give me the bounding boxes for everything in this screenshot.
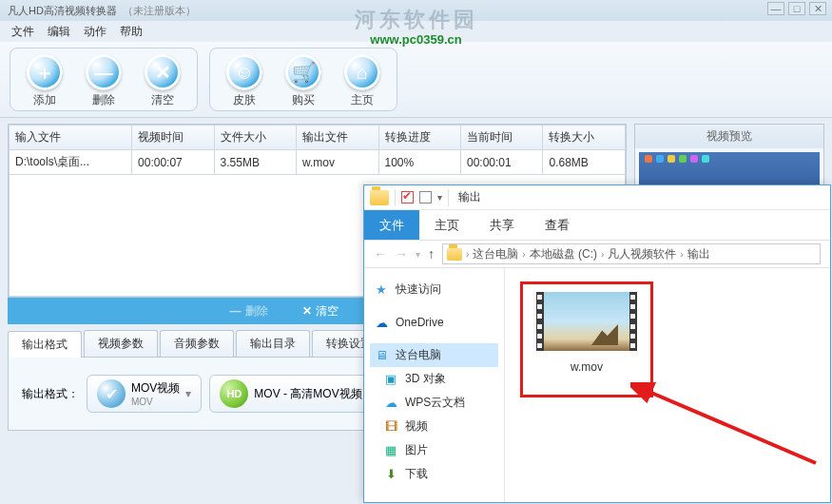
- sidebar-quick-access[interactable]: ★快速访问: [370, 278, 498, 301]
- output-format-label: 输出格式：: [22, 386, 79, 402]
- crumb-soft[interactable]: 凡人视频软件: [608, 246, 676, 262]
- hd-icon: HD: [220, 379, 248, 408]
- chevron-down-icon: ▾: [185, 387, 191, 400]
- ribbon-home[interactable]: 主页: [419, 210, 474, 240]
- explorer-sidebar: ★快速访问 ☁OneDrive 🖥这台电脑 ▣3D 对象 ☁WPS云文档 🎞视频…: [364, 268, 505, 502]
- file-name[interactable]: w.mov: [523, 360, 650, 374]
- sidebar-this-pc[interactable]: 🖥这台电脑: [370, 343, 498, 367]
- cell-progress: 100%: [378, 150, 460, 175]
- star-icon: ★: [374, 282, 389, 298]
- cell-curtime: 00:00:01: [461, 150, 543, 175]
- cart-icon: 🛒: [285, 54, 321, 90]
- breadcrumb[interactable]: › 这台电脑 › 本地磁盘 (C:) › 凡人视频软件 › 输出: [442, 243, 821, 264]
- chevron-down-icon[interactable]: ▾: [416, 249, 420, 260]
- download-icon: ⬇: [383, 467, 398, 482]
- col-curtime[interactable]: 当前时间: [461, 126, 543, 150]
- highlight-frame: w.mov: [520, 281, 653, 397]
- video-thumbnail[interactable]: [536, 292, 637, 351]
- skin-button[interactable]: ☺皮肤: [220, 54, 269, 108]
- face-icon: ☺: [226, 54, 262, 90]
- col-progress[interactable]: 转换进度: [378, 126, 460, 150]
- delete-button[interactable]: —删除: [79, 54, 128, 108]
- chevron-down-icon[interactable]: ▾: [437, 192, 442, 203]
- table-header: 输入文件 视频时间 文件大小 输出文件 转换进度 当前时间 转换大小: [10, 126, 626, 150]
- tab-output-dir[interactable]: 输出目录: [236, 330, 310, 357]
- sidebar-pictures[interactable]: ▦图片: [370, 438, 498, 462]
- tab-video-params[interactable]: 视频参数: [84, 330, 158, 357]
- explorer-pathbar: ← → ▾ ↑ › 这台电脑 › 本地磁盘 (C:) › 凡人视频软件 › 输出: [364, 240, 830, 268]
- action-clear[interactable]: ✕清空: [302, 303, 339, 320]
- cloud-icon: ☁: [374, 315, 389, 330]
- home-button[interactable]: ⌂主页: [338, 54, 387, 108]
- cube-icon: ▣: [383, 372, 398, 387]
- mov-icon: ✔: [97, 379, 126, 408]
- add-button[interactable]: ＋添加: [20, 54, 69, 108]
- app-title: 凡人HD高清视频转换器: [8, 4, 117, 18]
- menu-action[interactable]: 动作: [78, 22, 112, 42]
- x-icon: ✕: [145, 54, 181, 90]
- cell-convsize: 0.68MB: [543, 150, 626, 175]
- format-mov-sub: MOV: [131, 397, 180, 407]
- clear-button[interactable]: ✕清空: [138, 54, 187, 108]
- plus-icon: ＋: [27, 54, 63, 90]
- sidebar-video[interactable]: 🎞视频: [370, 415, 498, 438]
- explorer-ribbon: 文件 主页 共享 查看: [364, 210, 830, 240]
- menu-help[interactable]: 帮助: [114, 22, 148, 42]
- toolbar: ＋添加 —删除 ✕清空 ☺皮肤 🛒购买 ⌂主页: [0, 42, 832, 118]
- explorer-file-pane[interactable]: w.mov: [505, 268, 830, 502]
- col-duration[interactable]: 视频时间: [132, 126, 214, 150]
- menu-edit[interactable]: 编辑: [42, 22, 76, 42]
- cell-duration: 00:00:07: [132, 150, 214, 175]
- crumb-pc[interactable]: 这台电脑: [473, 246, 518, 262]
- window-titlebar: 凡人HD高清视频转换器 （未注册版本） — □ ✕: [0, 0, 832, 21]
- checkbox-empty[interactable]: [419, 191, 432, 204]
- film-icon: 🎞: [383, 419, 398, 435]
- sidebar-wps[interactable]: ☁WPS云文档: [370, 391, 498, 415]
- ribbon-share[interactable]: 共享: [474, 210, 530, 240]
- cell-size: 3.55MB: [214, 150, 296, 175]
- preview-title: 视频预览: [635, 125, 823, 148]
- maximize-button[interactable]: □: [788, 2, 805, 15]
- menu-file[interactable]: 文件: [6, 22, 40, 42]
- sidebar-3d[interactable]: ▣3D 对象: [370, 367, 498, 391]
- thumbnail-image: [544, 292, 629, 351]
- explorer-quickbar: ✔ ▾ 输出: [364, 185, 830, 210]
- ribbon-file[interactable]: 文件: [364, 210, 419, 240]
- tab-output-format[interactable]: 输出格式: [8, 331, 82, 358]
- format-hd-box[interactable]: HD MOV - 高清MOV视频: [209, 375, 372, 413]
- minimize-button[interactable]: —: [767, 2, 784, 15]
- close-button[interactable]: ✕: [809, 2, 826, 15]
- tab-audio-params[interactable]: 音频参数: [160, 330, 234, 357]
- minus-icon: —: [86, 54, 122, 90]
- sidebar-onedrive[interactable]: ☁OneDrive: [370, 311, 498, 334]
- picture-icon: ▦: [383, 443, 398, 458]
- nav-up-icon[interactable]: ↑: [428, 246, 435, 262]
- folder-icon[interactable]: [370, 190, 389, 205]
- crumb-out[interactable]: 输出: [687, 246, 710, 262]
- crumb-disk[interactable]: 本地磁盘 (C:): [530, 246, 597, 262]
- nav-forward-icon[interactable]: →: [395, 246, 408, 262]
- format-mov-label: MOV视频: [131, 380, 180, 397]
- folder-icon: [447, 248, 462, 261]
- checkbox-red[interactable]: ✔: [401, 191, 414, 204]
- app-subtitle: （未注册版本）: [123, 4, 196, 18]
- cell-input: D:\tools\桌面...: [10, 150, 132, 175]
- table-row[interactable]: D:\tools\桌面... 00:00:07 3.55MB w.mov 100…: [10, 150, 626, 175]
- action-delete[interactable]: —删除: [230, 303, 268, 320]
- ribbon-view[interactable]: 查看: [530, 210, 585, 240]
- sidebar-downloads[interactable]: ⬇下载: [370, 462, 498, 486]
- col-convsize[interactable]: 转换大小: [543, 126, 626, 150]
- buy-button[interactable]: 🛒购买: [279, 54, 328, 108]
- col-output[interactable]: 输出文件: [297, 126, 378, 150]
- cell-output: w.mov: [297, 150, 378, 175]
- col-input[interactable]: 输入文件: [10, 126, 132, 150]
- menubar: 文件 编辑 动作 帮助: [0, 21, 832, 42]
- format-mov-box[interactable]: ✔ MOV视频 MOV ▾: [87, 375, 202, 413]
- cloud-icon: ☁: [383, 396, 398, 411]
- monitor-icon: 🖥: [374, 348, 389, 363]
- home-icon: ⌂: [344, 54, 380, 90]
- explorer-title: 输出: [458, 189, 481, 205]
- col-size[interactable]: 文件大小: [214, 126, 296, 150]
- explorer-window: ✔ ▾ 输出 文件 主页 共享 查看 ← → ▾ ↑ › 这台电脑 › 本地磁盘…: [363, 184, 831, 503]
- nav-back-icon[interactable]: ←: [374, 246, 387, 262]
